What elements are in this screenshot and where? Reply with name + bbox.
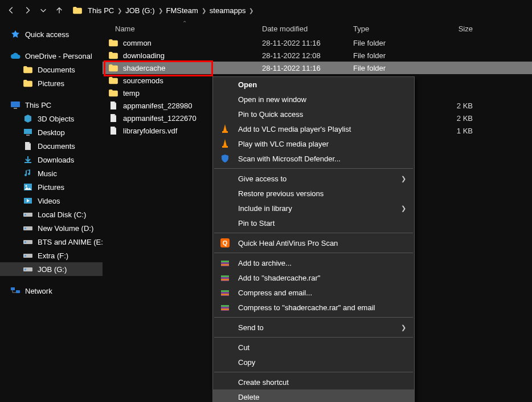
column-header-type[interactable]: Type [353, 25, 433, 33]
sidebar-this-pc[interactable]: This PC [0, 98, 103, 112]
chevron-right-icon[interactable]: ❯ [156, 7, 165, 14]
sidebar-item-pictures[interactable]: Pictures [0, 76, 103, 90]
monitor-icon [10, 100, 21, 110]
file-name: sourcemods [123, 76, 163, 85]
sidebar-item-drive[interactable]: New Volume (D:) [0, 221, 103, 235]
sidebar-item-label: Desktop [38, 128, 65, 137]
svg-rect-17 [24, 269, 26, 270]
sidebar-item-drive[interactable]: Downloads [0, 153, 103, 167]
sidebar-item-drive[interactable]: Local Disk (C:) [0, 208, 103, 221]
up-button[interactable] [51, 2, 67, 18]
drive-icon [23, 264, 33, 274]
ctx-delete[interactable]: Delete [213, 389, 414, 402]
ctx-vlc-play[interactable]: Play with VLC media player [213, 136, 414, 151]
ctx-include-library[interactable]: Include in library❯ [213, 201, 414, 216]
ctx-create-shortcut[interactable]: Create shortcut [213, 375, 414, 389]
sidebar-item-label: Documents [38, 142, 75, 151]
file-name: appmanifest_228980 [123, 101, 192, 110]
network-icon [10, 286, 21, 296]
ctx-vlc-add[interactable]: Add to VLC media player's Playlist [213, 121, 414, 136]
sidebar-item-drive[interactable]: Desktop [0, 125, 103, 139]
folder-icon [23, 64, 33, 75]
ctx-compress-email[interactable]: Compress and email... [213, 285, 414, 300]
navigation-pane: Quick access OneDrive - Personal Documen… [0, 21, 103, 402]
vlc-icon [220, 139, 230, 149]
file-row[interactable]: downloading28-11-2022 12:08File folder [103, 49, 532, 62]
file-row[interactable]: common28-11-2022 11:16File folder [103, 36, 532, 49]
drive-icon [23, 113, 33, 124]
svg-rect-31 [221, 290, 229, 292]
ctx-open-new-window[interactable]: Open in new window [213, 92, 414, 107]
drive-icon [23, 223, 33, 233]
ctx-compress-rar-email[interactable]: Compress to "shadercache.rar" and email [213, 300, 414, 315]
ctx-pin-start[interactable]: Pin to Start [213, 216, 414, 230]
sidebar-network[interactable]: Network [0, 284, 103, 298]
ctx-add-to-rar[interactable]: Add to "shadercache.rar" [213, 270, 414, 285]
svg-rect-15 [24, 255, 26, 257]
sidebar-item-drive[interactable]: Documents [0, 139, 103, 153]
sidebar-item-label: JOB (G:) [38, 265, 67, 274]
breadcrumb-segment[interactable]: FMSteam [165, 6, 199, 15]
forward-button[interactable] [19, 2, 35, 18]
column-header-size[interactable]: Size [433, 25, 484, 33]
ctx-copy[interactable]: Copy [213, 355, 414, 369]
sidebar-item-drive[interactable]: Pictures [0, 180, 103, 194]
breadcrumb-segment[interactable]: JOB (G:) [124, 6, 155, 15]
sidebar-item-drive[interactable]: BTS and ANIME (E:) [0, 235, 103, 249]
svg-rect-9 [24, 214, 26, 216]
file-type: File folder [353, 51, 433, 60]
drive-icon [23, 155, 33, 165]
recent-dropdown[interactable] [35, 2, 51, 18]
file-size: 1 KB [433, 127, 484, 135]
sidebar-item-label: OneDrive - Personal [25, 52, 92, 60]
file-date: 28-11-2022 12:08 [262, 51, 353, 60]
breadcrumb-segment[interactable]: This PC [87, 6, 115, 15]
sidebar-item-documents[interactable]: Documents [0, 63, 103, 76]
svg-rect-21 [222, 146, 228, 148]
sort-indicator-icon: ⌃ [182, 20, 187, 26]
drive-icon [23, 127, 33, 137]
column-headers: ⌃ Name Date modified Type Size [103, 21, 532, 36]
sidebar-quick-access[interactable]: Quick access [0, 27, 103, 41]
ctx-send-to[interactable]: Send to❯ [213, 320, 414, 335]
file-date: 28-11-2022 11:16 [262, 64, 353, 72]
file-list-pane: ⌃ Name Date modified Type Size common28-… [103, 21, 532, 402]
back-button[interactable] [3, 2, 19, 18]
sidebar-item-drive[interactable]: Extra (F:) [0, 249, 103, 262]
sidebar-item-drive[interactable]: JOB (G:) [0, 262, 103, 276]
sidebar-item-label: 3D Objects [38, 115, 74, 123]
sidebar-item-drive[interactable]: Music [0, 167, 103, 180]
svg-rect-19 [16, 290, 20, 293]
ctx-restore-versions[interactable]: Restore previous versions [213, 186, 414, 201]
address-bar[interactable]: This PC ❯ JOB (G:) ❯ FMSteam ❯ steamapps… [72, 2, 256, 18]
chevron-right-icon[interactable]: ❯ [199, 7, 208, 14]
ctx-quickheal-scan[interactable]: Q Quick Heal AntiVirus Pro Scan [213, 235, 414, 250]
svg-rect-4 [24, 162, 31, 163]
sidebar-onedrive[interactable]: OneDrive - Personal [0, 49, 103, 63]
svg-text:Q: Q [223, 239, 228, 246]
vlc-icon [220, 124, 230, 134]
file-name: libraryfolders.vdf [123, 127, 177, 135]
folder-icon [72, 5, 83, 16]
chevron-right-icon[interactable]: ❯ [115, 7, 124, 14]
file-icon [108, 100, 118, 111]
column-header-date[interactable]: Date modified [262, 25, 353, 33]
file-name: temp [123, 89, 140, 98]
svg-rect-35 [221, 308, 229, 310]
ctx-scan-defender[interactable]: Scan with Microsoft Defender... [213, 151, 414, 166]
file-icon [108, 113, 118, 123]
svg-rect-11 [24, 228, 26, 229]
file-row[interactable]: shadercache28-11-2022 11:16File folder [103, 62, 532, 74]
ctx-give-access[interactable]: Give access to❯ [213, 171, 414, 186]
svg-rect-18 [11, 287, 15, 290]
ctx-pin-quick-access[interactable]: Pin to Quick access [213, 107, 414, 121]
drive-icon [23, 182, 33, 192]
ctx-add-archive[interactable]: Add to archive... [213, 255, 414, 270]
breadcrumb-segment[interactable]: steamapps [208, 6, 247, 15]
ctx-cut[interactable]: Cut [213, 340, 414, 355]
chevron-right-icon[interactable]: ❯ [247, 7, 256, 14]
drive-icon [23, 237, 33, 247]
ctx-open[interactable]: Open [213, 77, 414, 92]
sidebar-item-drive[interactable]: 3D Objects [0, 112, 103, 125]
sidebar-item-drive[interactable]: Videos [0, 194, 103, 208]
